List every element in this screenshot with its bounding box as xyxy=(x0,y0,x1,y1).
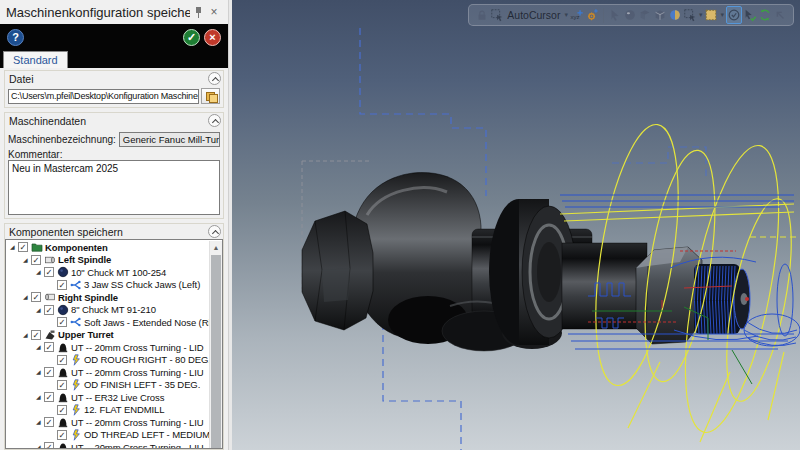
window-select-icon[interactable] xyxy=(704,6,718,24)
expander-icon[interactable]: ◢ xyxy=(36,394,44,400)
help-button[interactable]: ? xyxy=(7,29,24,46)
clear-selection-icon[interactable] xyxy=(773,6,787,24)
tree-item[interactable]: ◢ ✓ Left Spindle xyxy=(6,254,209,267)
toolblock-icon xyxy=(57,341,69,353)
tree-item[interactable]: ✓ OD THREAD LEFT - MEDIUM xyxy=(6,429,209,442)
chevron-down-icon[interactable]: ▾ xyxy=(698,11,704,19)
tree-item[interactable]: ◢ ✓ UT -- 20mm Cross Turning - LID xyxy=(6,341,209,354)
xyz-entry-icon[interactable]: xyz xyxy=(570,6,584,24)
collapse-machine-group-button[interactable] xyxy=(208,114,221,127)
machine-data-group-header: Maschinendaten xyxy=(5,113,223,128)
tree-checkbox[interactable]: ✓ xyxy=(44,442,54,448)
spindle-left-icon xyxy=(44,254,56,266)
comment-textarea[interactable]: Neu in Mastercam 2025 xyxy=(8,160,220,215)
machine-name-field: Generic Fanuc Mill-Turn TT xyxy=(119,132,220,147)
regenerate-icon[interactable] xyxy=(758,6,772,24)
select-arrow-icon[interactable] xyxy=(608,6,622,24)
expander-icon[interactable]: ◢ xyxy=(36,444,44,448)
tree-checkbox[interactable]: ✓ xyxy=(44,305,54,315)
tab-standard[interactable]: Standard xyxy=(3,51,68,68)
select-last-icon[interactable] xyxy=(668,6,682,24)
config-path-field[interactable]: C:\Users\m.pfeil\Desktop\Konfiguration M… xyxy=(8,89,199,104)
tree-item[interactable]: ✓ 12. FLAT ENDMILL xyxy=(6,404,209,417)
graphics-viewport[interactable]: AutoCursor▾xyz▾▾ xyxy=(232,0,800,450)
tree-item[interactable]: ◢ ✓ Komponenten xyxy=(6,241,209,254)
tree-item[interactable]: ◢ ✓ UT -- 20mm Cross Turning - LIU xyxy=(6,441,209,448)
tree-checkbox[interactable]: ✓ xyxy=(31,255,41,265)
panel-body: Datei C:\Users\m.pfeil\Desktop\Konfigura… xyxy=(0,68,228,450)
expander-icon[interactable]: ◢ xyxy=(36,307,44,313)
tree-checkbox[interactable]: ✓ xyxy=(57,405,67,415)
tree-item[interactable]: ◢ ✓ 8" Chuck MT 91-210 xyxy=(6,304,209,317)
components-group-header: Komponenten speichern xyxy=(5,224,223,239)
cancel-button[interactable]: × xyxy=(204,29,221,46)
tree-item[interactable]: ◢ ✓ Upper Turret xyxy=(6,329,209,342)
select-face-icon[interactable] xyxy=(638,6,652,24)
expander-icon[interactable]: ◢ xyxy=(36,369,44,375)
machine-name-label: Maschinenbezeichnung: xyxy=(8,134,116,145)
tree-item[interactable]: ✓ 3 Jaw SS Chuck Jaws (Left) xyxy=(6,279,209,292)
tree-item[interactable]: ◢ ✓ UT -- 20mm Cross Turning - LIU xyxy=(6,416,209,429)
autocursor-label[interactable]: AutoCursor xyxy=(505,9,562,21)
chevron-down-icon[interactable]: ▾ xyxy=(563,11,569,19)
collapse-file-group-button[interactable] xyxy=(208,72,221,85)
tree-checkbox[interactable]: ✓ xyxy=(44,342,54,352)
tree-item[interactable]: ◢ ✓ UT -- ER32 Live Cross xyxy=(6,391,209,404)
machine-data-group: Maschinendaten Maschinenbezeichnung: Gen… xyxy=(4,112,224,219)
expander-icon[interactable]: ◢ xyxy=(10,244,18,250)
panel-tabstrip: Standard xyxy=(0,50,228,68)
select-validate-icon[interactable] xyxy=(726,6,742,24)
machine-data-group-title: Maschinendaten xyxy=(9,115,208,127)
panel-command-bar: ? ✓ × xyxy=(0,24,228,50)
tree-checkbox[interactable]: ✓ xyxy=(44,417,54,427)
folder-icon xyxy=(31,241,43,253)
tree-item[interactable]: ◢ ✓ Right Spindle xyxy=(6,291,209,304)
chevron-down-icon[interactable]: ▾ xyxy=(719,11,725,19)
expander-icon[interactable]: ◢ xyxy=(23,257,31,263)
tree-checkbox[interactable]: ✓ xyxy=(57,317,67,327)
end-selection-icon[interactable] xyxy=(743,6,757,24)
tree-checkbox[interactable]: ✓ xyxy=(44,267,54,277)
browse-button[interactable] xyxy=(201,88,220,104)
select-box-icon[interactable] xyxy=(683,6,697,24)
tree-checkbox[interactable]: ✓ xyxy=(57,380,67,390)
expander-icon[interactable]: ◢ xyxy=(36,344,44,350)
tree-checkbox[interactable]: ✓ xyxy=(44,367,54,377)
gear-add-icon[interactable] xyxy=(585,6,599,24)
expander-icon[interactable]: ◢ xyxy=(23,332,31,338)
pin-icon[interactable] xyxy=(190,4,206,20)
collapse-components-group-button[interactable] xyxy=(208,225,221,238)
tree-checkbox[interactable]: ✓ xyxy=(44,392,54,402)
machine-3d-scene xyxy=(232,0,800,450)
tree-checkbox[interactable]: ✓ xyxy=(57,280,67,290)
select-body-icon[interactable] xyxy=(653,6,667,24)
lock-icon[interactable] xyxy=(475,6,489,24)
expander-icon[interactable]: ◢ xyxy=(36,419,44,425)
tree-checkbox[interactable]: ✓ xyxy=(31,292,41,302)
tree-checkbox[interactable]: ✓ xyxy=(57,355,67,365)
chuck-icon xyxy=(57,266,69,278)
tree-item[interactable]: ◢ ✓ 10" Chuck MT 100-254 xyxy=(6,266,209,279)
close-icon[interactable]: × xyxy=(206,4,222,20)
tree-checkbox[interactable]: ✓ xyxy=(18,242,28,252)
tree-item[interactable]: ✓ OD ROUGH RIGHT - 80 DEG. xyxy=(6,354,209,367)
toolbar-separator xyxy=(603,8,604,23)
tree-item[interactable]: ✓ Soft Jaws - Extended Nose (Right) xyxy=(6,316,209,329)
tree-checkbox[interactable]: ✓ xyxy=(31,330,41,340)
svg-text:xyz: xyz xyxy=(570,13,579,20)
expander-icon[interactable]: ◢ xyxy=(23,294,31,300)
scroll-up-icon[interactable]: ▲ xyxy=(210,241,222,254)
turret-icon xyxy=(44,329,56,341)
tree-item[interactable]: ◢ ✓ UT -- 20mm Cross Turning - LIU xyxy=(6,366,209,379)
scrollbar-thumb[interactable] xyxy=(211,255,221,448)
tree-checkbox[interactable]: ✓ xyxy=(57,430,67,440)
tree-scrollbar[interactable]: ▲ xyxy=(209,241,222,448)
autocursor-selector[interactable] xyxy=(490,6,504,24)
select-sphere-icon[interactable] xyxy=(623,6,637,24)
tree-item[interactable]: ✓ OD FINISH LEFT - 35 DEG. xyxy=(6,379,209,392)
spindle-right-icon xyxy=(44,291,56,303)
tool-icon xyxy=(70,354,82,366)
ok-button[interactable]: ✓ xyxy=(183,29,200,46)
comment-label: Kommentar: xyxy=(8,149,62,160)
expander-icon[interactable]: ◢ xyxy=(36,269,44,275)
